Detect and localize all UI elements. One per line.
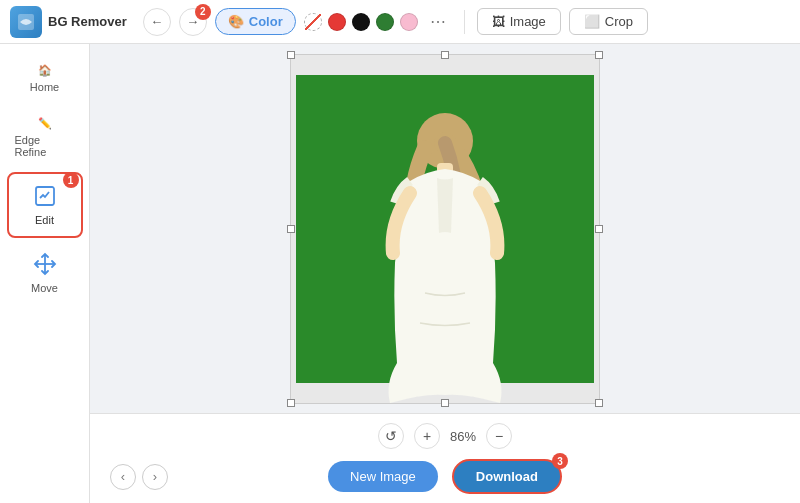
color-green[interactable] [376, 13, 394, 31]
move-icon [33, 252, 57, 278]
color-transparent[interactable] [304, 13, 322, 31]
next-button[interactable]: › [142, 464, 168, 490]
new-image-button[interactable]: New Image [328, 461, 438, 492]
color-icon: 🎨 [228, 14, 244, 29]
prev-button[interactable]: ‹ [110, 464, 136, 490]
app-container: BG Remover ← → 2 🎨 Color ⋯ 🖼 Image [0, 0, 800, 503]
sidebar-label-move: Move [31, 282, 58, 294]
canvas-main [90, 44, 800, 413]
color-pink[interactable] [400, 13, 418, 31]
canvas-area: ↺ + 86% − ‹ › New Image [90, 44, 800, 503]
app-name: BG Remover [48, 14, 127, 29]
nav-badge: 2 [195, 4, 211, 20]
person-figure [365, 113, 525, 403]
image-tab-button[interactable]: 🖼 Image [477, 8, 561, 35]
bottom-bar: ↺ + 86% − ‹ › New Image [90, 413, 800, 503]
edit-badge: 1 [63, 172, 79, 188]
zoom-in-button[interactable]: − [486, 423, 512, 449]
main-layout: 🏠 Home ✏️ Edge Refine 1 Edit [0, 44, 800, 503]
sidebar-item-move[interactable]: Move [7, 242, 83, 304]
back-btn-wrap: ← [143, 8, 171, 36]
sidebar-item-home[interactable]: 🏠 Home [7, 54, 83, 103]
color-label: Color [249, 14, 283, 29]
topbar: BG Remover ← → 2 🎨 Color ⋯ 🖼 Image [0, 0, 800, 44]
color-tab-button[interactable]: 🎨 Color [215, 8, 296, 35]
sidebar-item-edit[interactable]: 1 Edit [7, 172, 83, 238]
nav-arrows: ‹ › [110, 464, 168, 490]
home-icon: 🏠 [38, 64, 52, 77]
download-badge: 3 [552, 453, 568, 469]
sidebar-label-home: Home [30, 81, 59, 93]
color-swatches: ⋯ [304, 8, 452, 36]
sidebar-label-edit: Edit [35, 214, 54, 226]
handle-ml[interactable] [287, 225, 295, 233]
color-red[interactable] [328, 13, 346, 31]
sidebar-label-edge-refine: Edge Refine [15, 134, 75, 158]
handle-br[interactable] [595, 399, 603, 407]
sidebar-item-edge-refine[interactable]: ✏️ Edge Refine [7, 107, 83, 168]
zoom-controls: ↺ + 86% − [378, 423, 512, 449]
edit-icon [33, 184, 57, 210]
download-btn-wrap: Download 3 [452, 459, 562, 494]
zoom-level: 86% [450, 429, 476, 444]
zoom-out-button[interactable]: + [414, 423, 440, 449]
handle-mt[interactable] [441, 51, 449, 59]
image-icon: 🖼 [492, 14, 505, 29]
more-colors-button[interactable]: ⋯ [424, 8, 452, 36]
handle-mr[interactable] [595, 225, 603, 233]
image-container[interactable] [290, 54, 600, 404]
download-button[interactable]: Download [452, 459, 562, 494]
logo-icon [10, 6, 42, 38]
bottom-center-buttons: New Image Download 3 [328, 459, 562, 494]
forward-btn-wrap: → 2 [179, 8, 207, 36]
separator [464, 10, 465, 34]
crop-icon: ⬜ [584, 14, 600, 29]
image-label: Image [510, 14, 546, 29]
crop-tab-button[interactable]: ⬜ Crop [569, 8, 648, 35]
rotate-button[interactable]: ↺ [378, 423, 404, 449]
back-button[interactable]: ← [143, 8, 171, 36]
logo-area: BG Remover [10, 6, 127, 38]
handle-tl[interactable] [287, 51, 295, 59]
handle-tr[interactable] [595, 51, 603, 59]
color-black[interactable] [352, 13, 370, 31]
edge-refine-icon: ✏️ [38, 117, 52, 130]
sidebar: 🏠 Home ✏️ Edge Refine 1 Edit [0, 44, 90, 503]
crop-label: Crop [605, 14, 633, 29]
bottom-actions-row: ‹ › New Image Download 3 [90, 459, 800, 494]
handle-bl[interactable] [287, 399, 295, 407]
